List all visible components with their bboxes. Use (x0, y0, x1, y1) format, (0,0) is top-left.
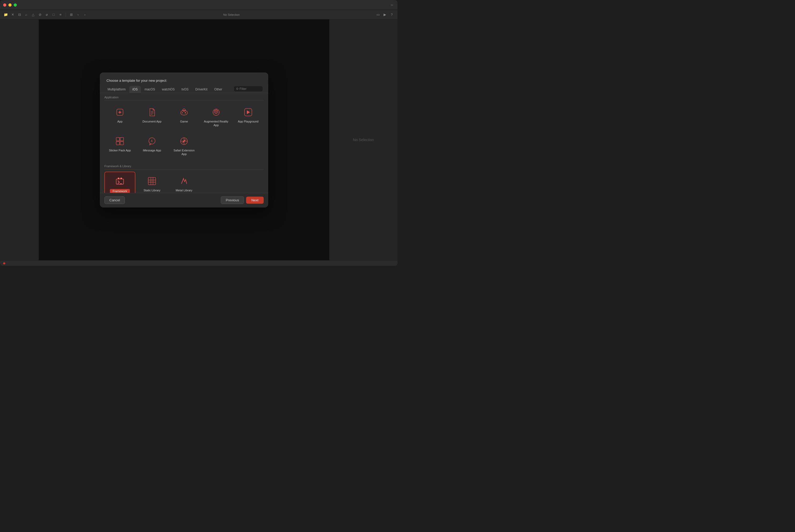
app-icon (114, 107, 126, 118)
grid-icon[interactable]: ⊞ (69, 12, 74, 17)
modal-title: Choose a template for your new project: (107, 79, 167, 82)
app-playground-icon (242, 107, 254, 118)
cancel-button[interactable]: Cancel (105, 196, 125, 204)
right-panel: No Selection (329, 19, 398, 260)
static-library-label: Static Library (144, 188, 160, 192)
stop-icon[interactable]: ⊘ (37, 12, 43, 17)
git-icon[interactable]: ⌀ (44, 12, 50, 17)
filter-wrap: ⊙ (234, 86, 263, 92)
help-icon[interactable]: ? (389, 12, 394, 17)
ar-app-label: Augmented Reality App (203, 119, 229, 127)
metal-library-icon (178, 175, 190, 187)
imessage-app-label: iMessage App (143, 149, 161, 152)
svg-point-6 (183, 109, 185, 111)
next-button[interactable]: Next (246, 196, 264, 204)
tab-tvos[interactable]: tvOS (178, 86, 192, 93)
sticker-pack-icon (114, 135, 126, 147)
tab-watchos[interactable]: watchOS (159, 86, 178, 93)
safari-ext-label: Safari Extension App (171, 149, 197, 156)
back-icon[interactable]: ‹ (75, 12, 81, 17)
modal-header: Choose a template for your new project: (100, 73, 268, 86)
framework-icon (114, 175, 126, 187)
template-sticker-pack[interactable]: Sticker Pack App (105, 132, 135, 160)
sidebar (0, 19, 39, 260)
template-framework[interactable]: Framework (105, 172, 135, 193)
metal-library-label: Metal Library (176, 188, 192, 192)
application-section-label: Application (105, 93, 264, 101)
game-label: Game (180, 119, 188, 123)
modal-overlay: Choose a template for your new project: … (39, 19, 329, 260)
status-dot (3, 262, 5, 264)
filter-icon: ⊙ (236, 87, 239, 90)
template-safari-ext[interactable]: Safari Extension App (169, 132, 200, 160)
application-grid: App (105, 103, 264, 160)
document-app-label: Document App (143, 119, 162, 123)
template-ar-app[interactable]: Augmented Reality App (201, 103, 232, 131)
forward-icon[interactable]: › (82, 12, 88, 17)
bookmark-icon[interactable]: ⊟ (17, 12, 22, 17)
template-static-library[interactable]: Static Library (136, 172, 168, 193)
search-icon[interactable]: ⌕ (24, 12, 29, 17)
main-content: Choose a template for your new project: … (0, 19, 398, 260)
safari-ext-icon (178, 135, 190, 147)
svg-point-5 (181, 110, 187, 115)
tab-multiplatform[interactable]: Multiplatform (105, 86, 129, 93)
app-playground-label: App Playground (238, 119, 259, 123)
right-panel-no-selection: No Selection (353, 138, 374, 142)
svg-rect-26 (148, 177, 156, 185)
xcode-window: ▭ 📁 ✕ ⊟ ⌕ △ ⊘ ⌀ □ ≡ ⊞ ‹ › No Selection ▭… (0, 0, 398, 266)
template-game[interactable]: Game (169, 103, 200, 131)
play-icon[interactable]: ▶ (382, 12, 387, 17)
framework-grid: Framework (105, 172, 264, 193)
svg-rect-22 (116, 179, 124, 184)
tab-driverkit[interactable]: DriverKit (192, 86, 211, 93)
toolbar: 📁 ✕ ⊟ ⌕ △ ⊘ ⌀ □ ≡ ⊞ ‹ › No Selection ▭ ▶… (0, 10, 398, 19)
tab-macos[interactable]: macOS (141, 86, 158, 93)
template-imessage-app[interactable]: A iMessage App (136, 132, 168, 160)
svg-rect-14 (120, 137, 124, 141)
game-icon (178, 107, 190, 118)
tabs-row: Multiplatform iOS macOS watchOS tvOS Dri… (100, 86, 268, 93)
template-app[interactable]: App (105, 103, 135, 131)
document-app-icon (146, 107, 158, 118)
ar-app-icon (210, 107, 222, 118)
svg-rect-25 (120, 178, 122, 179)
titlebar: ▭ (0, 0, 398, 10)
filter-input[interactable] (240, 87, 261, 91)
template-app-playground[interactable]: App Playground (233, 103, 264, 131)
no-selection-label: No Selection (223, 13, 240, 16)
statusbar (0, 260, 398, 266)
svg-rect-16 (120, 141, 124, 145)
sticker-pack-label: Sticker Pack App (109, 149, 131, 152)
template-body: Application (100, 93, 268, 193)
imessage-app-icon: A (146, 135, 158, 147)
previous-button[interactable]: Previous (221, 196, 244, 204)
editor-area: Choose a template for your new project: … (39, 19, 329, 260)
svg-rect-15 (116, 141, 120, 145)
close-button[interactable] (3, 3, 6, 6)
modal-footer: Cancel Previous Next (100, 193, 268, 207)
square-icon[interactable]: ▭ (389, 2, 394, 7)
lines-icon[interactable]: ≡ (58, 12, 63, 17)
template-metal-library[interactable]: Metal Library (169, 172, 200, 193)
tab-other[interactable]: Other (211, 86, 225, 93)
framework-section-label: Framework & Library (105, 162, 264, 170)
panel-icon[interactable]: ▭ (375, 12, 381, 17)
static-library-icon (146, 175, 158, 187)
square-icon[interactable]: □ (51, 12, 56, 17)
maximize-button[interactable] (14, 3, 17, 6)
tab-ios[interactable]: iOS (129, 86, 141, 93)
close-tab-icon[interactable]: ✕ (10, 12, 15, 17)
svg-text:A: A (151, 139, 153, 142)
new-project-modal: Choose a template for your new project: … (100, 73, 268, 207)
svg-rect-13 (116, 137, 120, 141)
svg-point-7 (185, 112, 186, 113)
app-label: App (117, 119, 122, 123)
template-document-app[interactable]: Document App (136, 103, 168, 131)
minimize-button[interactable] (8, 3, 12, 6)
folder-icon[interactable]: 📁 (3, 12, 8, 17)
warning-icon[interactable]: △ (31, 12, 36, 17)
svg-point-1 (119, 111, 121, 113)
framework-selected-label: Framework (110, 189, 130, 193)
svg-rect-24 (118, 178, 119, 179)
